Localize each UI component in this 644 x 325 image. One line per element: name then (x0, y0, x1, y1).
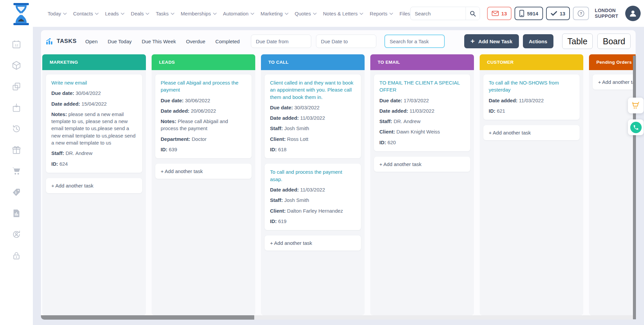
add-new-task-button[interactable]: + Add New Task (464, 34, 519, 48)
task-card[interactable]: To call all the NO-SHOWS from yesterdayD… (483, 74, 580, 120)
add-another-task-button[interactable]: + Add another task (265, 235, 361, 251)
page-title: TASKS (46, 38, 76, 45)
board-view-button[interactable]: Board (597, 34, 631, 49)
vertical-scrollbar[interactable] (633, 56, 636, 319)
chevron-down-icon (121, 12, 124, 15)
nav-item-memberships[interactable]: Memberships (181, 11, 217, 16)
tasks-done-badge[interactable]: 13 (546, 7, 570, 20)
task-card[interactable]: To call and process the payment asap.Dat… (265, 164, 361, 230)
chevron-down-icon (313, 12, 317, 15)
task-card[interactable]: Write new emailDue date: 30/04/2022Date … (46, 74, 142, 173)
add-another-task-button[interactable]: + Add another task (374, 157, 470, 172)
nav-item-label: Contacts (73, 11, 93, 16)
calendar-icon[interactable]: 12 (12, 40, 21, 49)
horizontal-scrollbar-thumb[interactable] (41, 315, 254, 320)
bag-icon[interactable] (12, 103, 21, 112)
table-view-button[interactable]: Table (562, 34, 593, 49)
column-header-to-email[interactable]: TO EMAIL (370, 54, 474, 70)
column-header-marketing[interactable]: MARKETING (42, 54, 146, 70)
account-sync-icon[interactable] (12, 230, 21, 239)
nav-item-files[interactable]: Files (399, 11, 410, 16)
filter-completed[interactable]: Completed (215, 39, 240, 44)
price-tag-icon[interactable]: $ (12, 187, 21, 197)
column-leads: LEADSPlease call Abigail and process the… (152, 54, 255, 315)
package-icon[interactable] (12, 61, 21, 70)
task-card[interactable]: Client called in and they want to book a… (265, 74, 361, 158)
task-field-id: ID: 624 (51, 160, 137, 167)
add-another-task-button[interactable]: + Add another task (593, 74, 636, 90)
nav-item-marketing[interactable]: Marketing (261, 11, 288, 16)
floating-cart-button[interactable] (628, 98, 644, 113)
task-title-link[interactable]: TO EMAIL THE CLIENT A SPECIAL OFFER (379, 79, 465, 94)
nav-item-quotes[interactable]: Quotes (295, 11, 317, 16)
gift-icon[interactable] (12, 145, 21, 155)
nav-item-leads[interactable]: Leads (105, 11, 124, 16)
nav-item-deals[interactable]: Deals (131, 11, 149, 16)
nav-item-label: Leads (105, 11, 119, 16)
add-another-task-button[interactable]: + Add another task (155, 164, 252, 179)
task-search-input[interactable] (384, 35, 445, 48)
filter-due-this-week[interactable]: Due This Week (142, 39, 176, 44)
actions-label: Actions (529, 39, 547, 44)
task-field-staff: Staff: DR. Andrew (51, 150, 137, 157)
column-header-leads[interactable]: LEADS (152, 54, 255, 70)
task-title-link[interactable]: Client called in and they want to book a… (270, 79, 356, 101)
page-title-text: TASKS (57, 38, 76, 45)
column-to-call: TO CALLClient called in and they want to… (261, 54, 365, 315)
nav-item-notes-letters[interactable]: Notes & Letters (323, 11, 363, 16)
task-field-date-added: Date added: 11/03/2022 (270, 186, 356, 193)
actions-button[interactable]: Actions (523, 34, 553, 48)
copy-icon[interactable] (12, 82, 21, 91)
nav-item-label: Files (399, 11, 410, 16)
search-input[interactable] (411, 11, 466, 16)
filter-open[interactable]: Open (85, 39, 98, 44)
task-title-link[interactable]: Write new email (51, 79, 137, 86)
task-title-link[interactable]: To call and process the payment asap. (270, 168, 356, 183)
task-field-client: Client: Dalton Farley Hernandez (270, 207, 356, 214)
main-area: TASKS OpenDue TodayDue This WeekOverdueC… (33, 27, 644, 325)
calls-badge[interactable]: 5914 (515, 7, 543, 20)
task-card[interactable]: TO EMAIL THE CLIENT A SPECIAL OFFERDue d… (374, 74, 470, 151)
filter-overdue[interactable]: Overdue (186, 39, 206, 44)
column-header-customer[interactable]: CUSTOMER (480, 54, 583, 70)
chevron-down-icon (360, 12, 363, 15)
due-date-to-input[interactable] (316, 35, 376, 48)
report-icon[interactable] (12, 209, 21, 218)
add-another-task-button[interactable]: + Add another task (46, 178, 142, 193)
add-another-task-button[interactable]: + Add another task (483, 125, 580, 140)
column-body: Please call Abigail and process the paym… (152, 70, 255, 315)
avatar[interactable] (625, 6, 641, 21)
nav-item-reports[interactable]: Reports (370, 11, 393, 16)
search-icon[interactable] (466, 7, 480, 20)
task-title-link[interactable]: Please call Abigail and process the paym… (161, 79, 246, 94)
nav-item-label: Today (48, 11, 61, 16)
nav-item-tasks[interactable]: Tasks (156, 11, 174, 16)
calls-count: 5914 (527, 11, 538, 16)
tasks-done-count: 13 (560, 11, 566, 16)
nav-item-today[interactable]: Today (48, 11, 67, 16)
column-header-pending-orders[interactable]: Pending Orders (589, 54, 636, 70)
lock-icon[interactable] (12, 251, 21, 260)
task-field-date-added: Date added: 11/03/2022 (489, 97, 574, 104)
history-icon[interactable] (12, 124, 21, 133)
floating-phone-button[interactable] (628, 119, 644, 135)
svg-text:$: $ (15, 191, 16, 194)
task-title-link[interactable]: To call all the NO-SHOWS from yesterday (489, 79, 574, 94)
topbar-right-group: 13 5914 13 ? (410, 6, 641, 21)
account-name: LONDON SUPPORT (595, 8, 620, 19)
nav-item-label: Marketing (261, 11, 283, 16)
cart-icon[interactable] (12, 166, 21, 176)
due-date-from-input[interactable] (251, 35, 311, 48)
nav-item-automation[interactable]: Automation (223, 11, 254, 16)
horizontal-scrollbar[interactable] (41, 315, 636, 320)
kanban-board: MARKETINGWrite new emailDue date: 30/04/… (41, 52, 636, 315)
task-card[interactable]: Please call Abigail and process the paym… (155, 74, 252, 158)
column-header-to-call[interactable]: TO CALL (261, 54, 365, 70)
page-body: 12 (0, 27, 644, 325)
filter-due-today[interactable]: Due Today (108, 39, 131, 44)
mail-notifications-badge[interactable]: 13 (487, 7, 512, 20)
help-button[interactable]: ? (573, 7, 589, 20)
app-logo-hourglass-icon[interactable] (11, 3, 31, 25)
nav-item-contacts[interactable]: Contacts (73, 11, 99, 16)
task-field-id: ID: 618 (270, 146, 356, 153)
